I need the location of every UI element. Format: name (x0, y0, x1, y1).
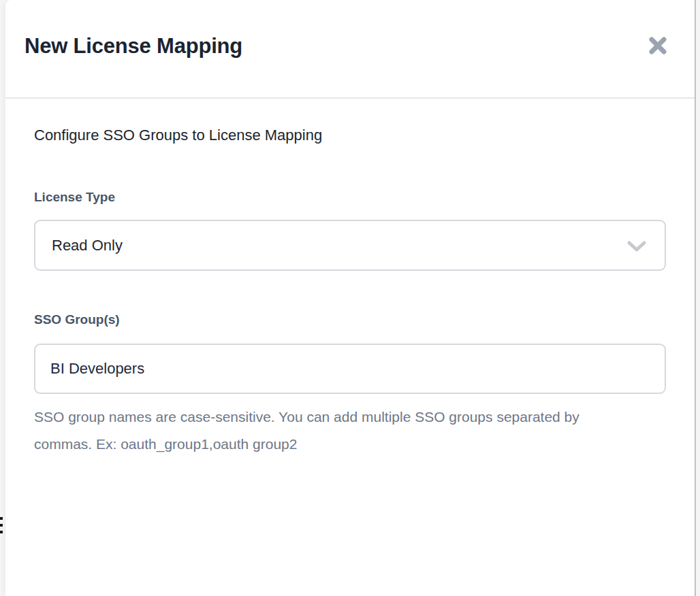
x-icon (648, 35, 668, 58)
license-type-label: License Type (34, 190, 115, 205)
sso-groups-label: SSO Group(s) (34, 312, 120, 327)
modal-subtitle: Configure SSO Groups to License Mapping (34, 127, 322, 144)
modal-header: New License Mapping (5, 0, 695, 99)
sso-groups-input[interactable] (34, 344, 666, 394)
close-button[interactable] (646, 34, 670, 59)
license-type-selected-value: Read Only (52, 237, 123, 254)
license-type-select[interactable]: Read Only (34, 220, 666, 271)
list-lines-icon (0, 517, 3, 533)
modal-title: New License Mapping (25, 34, 242, 59)
sso-groups-help-text: SSO group names are case-sensitive. You … (34, 403, 603, 458)
chevron-down-icon (626, 240, 647, 255)
page: New License Mapping Configure SSO Groups… (0, 0, 700, 596)
new-license-mapping-modal: New License Mapping Configure SSO Groups… (5, 0, 696, 596)
